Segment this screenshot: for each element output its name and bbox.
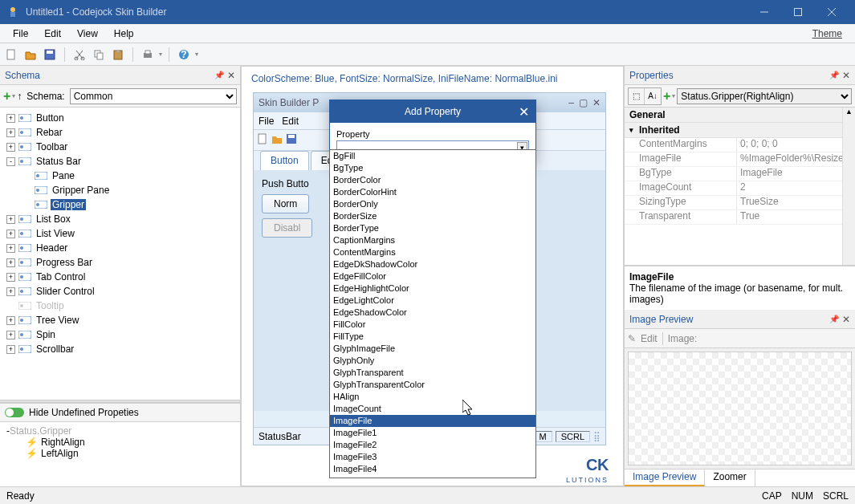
sort-alpha-icon[interactable]: A↓ [645, 88, 661, 104]
preview-max-icon[interactable]: ▢ [579, 97, 588, 108]
preview-open-icon[interactable] [271, 133, 283, 147]
help-button[interactable]: ? [176, 47, 192, 63]
print-button[interactable] [140, 47, 156, 63]
property-row[interactable]: ImageCount2 [625, 181, 855, 196]
menu-help[interactable]: Help [106, 26, 142, 41]
tree-node[interactable]: +Progress Bar [0, 255, 240, 270]
expand-icon[interactable]: + [6, 128, 15, 137]
panel-close-icon[interactable]: ✕ [842, 314, 850, 325]
schema-combo[interactable]: Common [70, 88, 237, 104]
dropdown-option[interactable]: EdgeShadowColor [330, 307, 535, 319]
dropdown-option[interactable]: ImageFile [330, 415, 535, 427]
up-button[interactable]: ↑ [17, 91, 22, 102]
menu-view[interactable]: View [69, 26, 106, 41]
tree-node[interactable]: +Button [0, 111, 240, 125]
sort-buttons[interactable]: ⬚ A↓ [628, 87, 662, 105]
preview-save-icon[interactable] [286, 133, 297, 147]
tree-node[interactable]: Pane [0, 169, 240, 183]
expand-icon[interactable]: + [6, 273, 15, 282]
preview-min-icon[interactable]: – [568, 97, 574, 108]
dropdown-option[interactable]: CaptionMargins [330, 234, 535, 246]
dropdown-option[interactable]: BorderSize [330, 210, 535, 222]
dropdown-option[interactable]: EdgeDkShadowColor [330, 258, 535, 270]
sort-categorized-icon[interactable]: ⬚ [629, 88, 645, 104]
new-button[interactable] [3, 47, 19, 63]
pin-icon[interactable]: 📌 [829, 315, 839, 323]
dropdown-option[interactable]: BorderOnly [330, 198, 535, 210]
tree-node[interactable]: +Tree View [0, 313, 240, 327]
dropdown-option[interactable]: ImageFile3 [330, 451, 535, 463]
property-value[interactable]: 2 [737, 181, 855, 195]
pin-icon[interactable]: 📌 [214, 71, 224, 79]
tree-node[interactable]: +Rebar [0, 125, 240, 140]
preview-close-icon[interactable]: ✕ [592, 97, 601, 108]
preview-menu-file[interactable]: File [259, 116, 274, 127]
tree-node[interactable]: Gripper Pane [0, 183, 240, 197]
tree-node[interactable]: +Tab Control [0, 270, 240, 284]
tree-node[interactable]: +Toolbar [0, 140, 240, 154]
category-general[interactable]: General [625, 108, 855, 123]
expand-icon[interactable]: + [6, 143, 15, 152]
copy-button[interactable] [91, 47, 107, 63]
normal-button[interactable]: Norm [262, 194, 309, 213]
expand-icon[interactable]: + [6, 244, 15, 253]
save-button[interactable] [42, 47, 58, 63]
add-prop-button[interactable]: + [663, 89, 670, 104]
tree-node[interactable]: +Spin [0, 327, 240, 342]
dropdown-option[interactable]: EdgeHighlightColor [330, 282, 535, 295]
expand-icon[interactable]: + [6, 258, 15, 267]
close-button[interactable] [815, 0, 849, 24]
tree-node[interactable]: +Scrollbar [0, 342, 240, 356]
property-row[interactable]: SizingTypeTrueSize [625, 196, 855, 210]
dropdown-option[interactable]: BorderType [330, 222, 535, 234]
dropdown-option[interactable]: EdgeLightColor [330, 295, 535, 307]
expand-icon[interactable]: + [6, 215, 15, 224]
tree-node[interactable]: Tooltip [0, 299, 240, 313]
property-value[interactable]: TrueSize [737, 196, 855, 209]
tab-image-preview[interactable]: Image Preview [625, 469, 705, 486]
tree-node[interactable]: +Slider Control [0, 284, 240, 299]
dropdown-option[interactable]: ImageFile2 [330, 439, 535, 451]
gripper-icon[interactable]: ⣿ [593, 431, 601, 442]
property-dropdown[interactable]: BgFillBgTypeBorderColorBorderColorHintBo… [329, 149, 536, 478]
expand-icon[interactable]: + [6, 345, 15, 354]
add-button[interactable]: + [3, 89, 10, 104]
dropdown-option[interactable]: GlyphImageFile [330, 343, 535, 355]
cut-button[interactable] [71, 47, 88, 63]
dropdown-option[interactable]: BorderColorHint [330, 186, 535, 198]
dropdown-option[interactable]: ContentMargins [330, 246, 535, 258]
menu-theme[interactable]: Theme [804, 26, 850, 41]
menu-edit[interactable]: Edit [36, 26, 69, 41]
preview-new-icon[interactable] [257, 133, 268, 147]
maximize-button[interactable] [781, 0, 815, 24]
minimize-button[interactable] [747, 0, 781, 24]
property-value[interactable]: 0; 0; 0; 0 [737, 138, 855, 152]
tree-node[interactable]: -Status Bar [0, 154, 240, 169]
dropdown-option[interactable]: GlyphOnly [330, 355, 535, 367]
dropdown-option[interactable]: ImageFile4 [330, 463, 535, 475]
tree-node[interactable]: -Status.Gripper [0, 425, 240, 437]
preview-menu-edit[interactable]: Edit [282, 116, 299, 127]
properties-grid[interactable]: General ▾Inherited ContentMargins0; 0; 0… [625, 108, 855, 266]
paste-button[interactable] [110, 47, 126, 63]
tree-node[interactable]: Gripper [0, 197, 240, 212]
tree-node[interactable]: +List View [0, 226, 240, 241]
property-row[interactable]: BgTypeImageFile [625, 167, 855, 181]
property-row[interactable]: ImageFile%ImageFolder%\Resize [625, 152, 855, 167]
dialog-titlebar[interactable]: Add Property ✕ [330, 100, 535, 123]
states-tree[interactable]: -Status.Gripper⚡RightAlign⚡LeftAlign [0, 422, 240, 486]
dropdown-option[interactable]: ImageFile1 [330, 427, 535, 439]
preview-tab-button[interactable]: Button [260, 151, 309, 170]
tree-node[interactable]: ⚡RightAlign [0, 437, 240, 448]
hide-undefined-toggle[interactable] [5, 408, 24, 417]
menu-file[interactable]: File [5, 26, 36, 41]
property-row[interactable]: TransparentTrue [625, 210, 855, 225]
panel-close-icon[interactable]: ✕ [842, 70, 850, 81]
dropdown-option[interactable]: BorderColor [330, 174, 535, 186]
dropdown-option[interactable]: HAlign [330, 391, 535, 403]
category-inherited[interactable]: ▾Inherited [625, 123, 855, 138]
open-button[interactable] [22, 47, 39, 63]
dropdown-option[interactable]: BgFill [330, 150, 535, 162]
dropdown-option[interactable]: EdgeFillColor [330, 270, 535, 282]
expand-icon[interactable]: + [6, 114, 15, 123]
